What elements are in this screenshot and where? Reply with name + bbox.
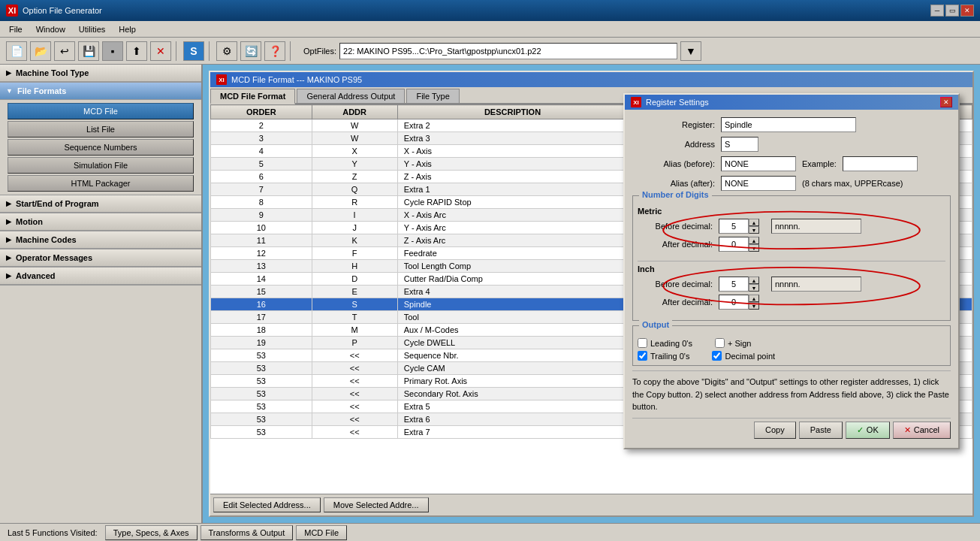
copy-button[interactable]: Copy: [754, 422, 796, 439]
metric-before-spin-down[interactable]: ▼: [749, 226, 759, 234]
example-input[interactable]: [843, 156, 918, 171]
paste-button[interactable]: Paste: [799, 422, 843, 439]
alias-before-input[interactable]: [721, 156, 796, 171]
metric-after-input[interactable]: [719, 237, 749, 252]
inch-before-row: Before decimal: ▲ ▼: [638, 277, 945, 292]
metric-before-spin-up[interactable]: ▲: [749, 219, 759, 226]
alias-after-row: Alias (after): (8 chars max, UPPERcase): [632, 176, 951, 191]
trailing-zeros-label: Trailing 0's: [650, 352, 689, 361]
metric-subsection: Metric Before decimal: ▲ ▼: [638, 204, 945, 258]
checkbox-group: Leading 0's + Sign: [638, 338, 945, 348]
address-label: Address: [632, 140, 715, 149]
inch-before-label: Before decimal:: [638, 280, 713, 289]
alias-after-input[interactable]: [721, 176, 796, 191]
register-settings-dialog: XI Register Settings ✕ Register: Address…: [623, 93, 960, 449]
output-section-label: Output: [639, 320, 672, 329]
inch-nnnnn-display: [771, 277, 861, 292]
cancel-label: Cancel: [914, 425, 939, 434]
leading-zeros-item: Leading 0's: [638, 338, 692, 348]
inch-after-spin-up[interactable]: ▲: [749, 295, 759, 302]
inch-after-input[interactable]: [719, 295, 749, 310]
metric-before-row: Before decimal: ▲ ▼: [638, 219, 945, 234]
dialog-content: Register: Address Alias (before): Exampl…: [625, 110, 958, 448]
metric-after-row: After decimal: ▲ ▼: [638, 237, 945, 252]
ok-label: OK: [867, 425, 879, 434]
inch-after-spinner: ▲ ▼: [719, 295, 759, 310]
dialog-icon: XI: [631, 97, 641, 107]
address-row: Address: [632, 137, 951, 152]
dialog-title: Register Settings: [646, 98, 709, 107]
metric-before-spinner: ▲ ▼: [719, 219, 759, 234]
digits-section-label: Number of Digits: [639, 190, 712, 199]
trailing-zeros-checkbox[interactable]: [638, 351, 647, 361]
instruction-text: To copy the above "Digits" and "Output" …: [632, 370, 951, 413]
inch-after-spin-down[interactable]: ▼: [749, 302, 759, 310]
inch-before-spin-buttons: ▲ ▼: [749, 277, 759, 292]
dialog-title-bar: XI Register Settings ✕: [625, 95, 958, 110]
dialog-buttons: Copy Paste ✓ OK ✕ Cancel: [632, 418, 951, 440]
inch-after-spin-buttons: ▲ ▼: [749, 295, 759, 310]
metric-after-spin-down[interactable]: ▼: [749, 244, 759, 252]
inch-label: Inch: [638, 264, 945, 274]
alias-after-note: (8 chars max, UPPERcase): [802, 179, 903, 188]
dialog-overlay: XI Register Settings ✕ Register: Address…: [0, 0, 980, 541]
decimal-point-checkbox[interactable]: [712, 351, 722, 361]
digits-section: Number of Digits Metric Before decimal: …: [632, 195, 951, 321]
metric-after-spin-up[interactable]: ▲: [749, 237, 759, 244]
checkbox-group-2: Trailing 0's Decimal point: [638, 351, 945, 361]
dialog-close-button[interactable]: ✕: [940, 97, 952, 107]
inch-after-label: After decimal:: [638, 298, 713, 307]
inch-before-spin-down[interactable]: ▼: [749, 284, 759, 292]
metric-before-label: Before decimal:: [638, 222, 713, 231]
inch-before-spinner: ▲ ▼: [719, 277, 759, 292]
metric-label: Metric: [638, 207, 945, 216]
decimal-point-label: Decimal point: [725, 352, 775, 361]
alias-after-label: Alias (after):: [632, 179, 715, 188]
address-input[interactable]: [721, 137, 758, 152]
inch-subsection: Inch Before decimal: ▲ ▼ Af: [638, 261, 945, 316]
ok-button[interactable]: ✓ OK: [846, 422, 890, 439]
plus-sign-checkbox[interactable]: [715, 338, 725, 348]
metric-after-label: After decimal:: [638, 240, 713, 249]
register-input[interactable]: [721, 117, 856, 132]
register-row: Register:: [632, 117, 951, 132]
metric-before-input[interactable]: [719, 219, 749, 234]
metric-after-spinner: ▲ ▼: [719, 237, 759, 252]
leading-zeros-label: Leading 0's: [650, 339, 692, 348]
example-label: Example:: [802, 159, 837, 168]
decimal-point-item: Decimal point: [712, 351, 775, 361]
alias-before-row: Alias (before): Example:: [632, 156, 951, 171]
metric-nnnnn-display: [771, 219, 861, 234]
register-label: Register:: [632, 120, 715, 129]
metric-after-spin-buttons: ▲ ▼: [749, 237, 759, 252]
inch-after-row: After decimal: ▲ ▼: [638, 295, 945, 310]
metric-before-spin-buttons: ▲ ▼: [749, 219, 759, 234]
inch-before-spin-up[interactable]: ▲: [749, 277, 759, 284]
plus-sign-item: + Sign: [715, 338, 752, 348]
trailing-zeros-item: Trailing 0's: [638, 351, 689, 361]
plus-sign-label: + Sign: [728, 339, 752, 348]
cancel-button[interactable]: ✕ Cancel: [893, 422, 951, 439]
alias-before-label: Alias (before):: [632, 159, 715, 168]
output-section: Output Leading 0's + Sign Trailing 0's: [632, 325, 951, 366]
leading-zeros-checkbox[interactable]: [638, 338, 647, 348]
inch-before-input[interactable]: [719, 277, 749, 292]
